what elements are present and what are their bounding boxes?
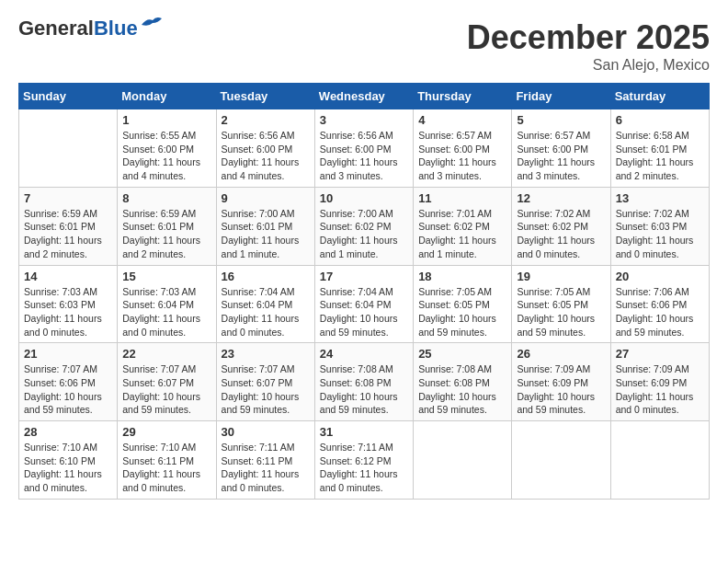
- day-info: Sunrise: 7:05 AMSunset: 6:05 PMDaylight:…: [418, 285, 506, 339]
- day-number: 29: [122, 425, 210, 439]
- calendar-table: SundayMondayTuesdayWednesdayThursdayFrid…: [18, 83, 710, 500]
- day-number: 5: [517, 113, 605, 127]
- day-info: Sunrise: 7:07 AMSunset: 6:07 PMDaylight:…: [222, 362, 310, 417]
- day-number: 26: [517, 347, 605, 361]
- day-info: Sunrise: 7:09 AMSunset: 6:09 PMDaylight:…: [616, 362, 704, 417]
- day-cell: 10Sunrise: 7:00 AMSunset: 6:02 PMDayligh…: [314, 187, 413, 265]
- day-number: 12: [517, 191, 605, 205]
- day-cell: [610, 421, 709, 500]
- weekday-header-sunday: Sunday: [19, 84, 118, 109]
- day-info: Sunrise: 7:01 AMSunset: 6:02 PMDaylight:…: [418, 207, 506, 261]
- day-number: 21: [24, 347, 112, 361]
- day-number: 13: [616, 191, 704, 205]
- day-info: Sunrise: 6:57 AMSunset: 6:00 PMDaylight:…: [418, 129, 506, 183]
- day-number: 2: [222, 113, 310, 127]
- day-number: 11: [418, 191, 506, 205]
- day-cell: 19Sunrise: 7:05 AMSunset: 6:05 PMDayligh…: [512, 265, 610, 343]
- day-cell: 8Sunrise: 6:59 AMSunset: 6:01 PMDaylight…: [118, 187, 216, 265]
- day-cell: 25Sunrise: 7:08 AMSunset: 6:08 PMDayligh…: [414, 343, 512, 421]
- week-row-5: 28Sunrise: 7:10 AMSunset: 6:10 PMDayligh…: [19, 421, 710, 500]
- day-info: Sunrise: 7:02 AMSunset: 6:03 PMDaylight:…: [616, 207, 704, 261]
- day-cell: 21Sunrise: 7:07 AMSunset: 6:06 PMDayligh…: [19, 343, 118, 421]
- day-number: 3: [320, 113, 408, 127]
- day-info: Sunrise: 7:09 AMSunset: 6:09 PMDaylight:…: [517, 362, 605, 417]
- day-number: 24: [320, 347, 408, 361]
- day-info: Sunrise: 6:56 AMSunset: 6:00 PMDaylight:…: [222, 129, 310, 183]
- day-cell: 6Sunrise: 6:58 AMSunset: 6:01 PMDaylight…: [610, 109, 709, 188]
- day-cell: 4Sunrise: 6:57 AMSunset: 6:00 PMDaylight…: [414, 109, 512, 188]
- page-header: GeneralBlue December 2025 San Alejo, Mex…: [18, 18, 710, 74]
- day-cell: 7Sunrise: 6:59 AMSunset: 6:01 PMDaylight…: [19, 187, 118, 265]
- day-cell: 1Sunrise: 6:55 AMSunset: 6:00 PMDaylight…: [118, 109, 216, 188]
- day-info: Sunrise: 6:57 AMSunset: 6:00 PMDaylight:…: [517, 129, 605, 183]
- day-info: Sunrise: 7:06 AMSunset: 6:06 PMDaylight:…: [616, 285, 704, 339]
- day-number: 7: [24, 191, 112, 205]
- day-cell: 22Sunrise: 7:07 AMSunset: 6:07 PMDayligh…: [118, 343, 216, 421]
- day-cell: 12Sunrise: 7:02 AMSunset: 6:02 PMDayligh…: [512, 187, 610, 265]
- month-title: December 2025: [467, 18, 710, 57]
- day-info: Sunrise: 7:03 AMSunset: 6:03 PMDaylight:…: [24, 285, 112, 339]
- logo-blue: Blue: [94, 17, 138, 40]
- day-number: 17: [320, 270, 408, 283]
- day-info: Sunrise: 6:58 AMSunset: 6:01 PMDaylight:…: [616, 129, 704, 183]
- day-cell: [414, 421, 512, 500]
- day-cell: [512, 421, 610, 500]
- day-info: Sunrise: 6:55 AMSunset: 6:00 PMDaylight:…: [122, 129, 210, 183]
- weekday-header-row: SundayMondayTuesdayWednesdayThursdayFrid…: [19, 84, 710, 109]
- day-info: Sunrise: 7:08 AMSunset: 6:08 PMDaylight:…: [418, 362, 506, 417]
- day-cell: 27Sunrise: 7:09 AMSunset: 6:09 PMDayligh…: [610, 343, 709, 421]
- day-info: Sunrise: 7:04 AMSunset: 6:04 PMDaylight:…: [222, 285, 310, 339]
- day-info: Sunrise: 7:10 AMSunset: 6:10 PMDaylight:…: [24, 441, 112, 495]
- day-info: Sunrise: 6:59 AMSunset: 6:01 PMDaylight:…: [122, 207, 210, 261]
- day-number: 10: [320, 191, 408, 205]
- day-info: Sunrise: 7:00 AMSunset: 6:02 PMDaylight:…: [320, 207, 408, 261]
- day-number: 9: [222, 191, 310, 205]
- day-info: Sunrise: 7:00 AMSunset: 6:01 PMDaylight:…: [222, 207, 310, 261]
- day-cell: [19, 109, 118, 188]
- day-cell: 26Sunrise: 7:09 AMSunset: 6:09 PMDayligh…: [512, 343, 610, 421]
- title-area: December 2025 San Alejo, Mexico: [467, 18, 710, 74]
- day-cell: 3Sunrise: 6:56 AMSunset: 6:00 PMDaylight…: [314, 109, 413, 188]
- day-number: 19: [517, 270, 605, 283]
- weekday-header-thursday: Thursday: [414, 84, 512, 109]
- day-cell: 20Sunrise: 7:06 AMSunset: 6:06 PMDayligh…: [610, 265, 709, 343]
- week-row-1: 1Sunrise: 6:55 AMSunset: 6:00 PMDaylight…: [19, 109, 710, 188]
- day-number: 22: [122, 347, 210, 361]
- logo: GeneralBlue: [18, 18, 165, 39]
- day-cell: 23Sunrise: 7:07 AMSunset: 6:07 PMDayligh…: [216, 343, 314, 421]
- day-number: 20: [616, 270, 704, 283]
- day-number: 14: [24, 270, 112, 283]
- day-number: 28: [24, 425, 112, 439]
- day-number: 27: [616, 347, 704, 361]
- day-cell: 17Sunrise: 7:04 AMSunset: 6:04 PMDayligh…: [314, 265, 413, 343]
- logo-bird-icon: [140, 16, 165, 34]
- weekday-header-saturday: Saturday: [610, 84, 709, 109]
- day-cell: 11Sunrise: 7:01 AMSunset: 6:02 PMDayligh…: [414, 187, 512, 265]
- day-number: 6: [616, 113, 704, 127]
- day-number: 4: [418, 113, 506, 127]
- day-number: 15: [122, 270, 210, 283]
- day-cell: 24Sunrise: 7:08 AMSunset: 6:08 PMDayligh…: [314, 343, 413, 421]
- weekday-header-tuesday: Tuesday: [216, 84, 314, 109]
- day-cell: 29Sunrise: 7:10 AMSunset: 6:11 PMDayligh…: [118, 421, 216, 500]
- weekday-header-monday: Monday: [118, 84, 216, 109]
- day-cell: 14Sunrise: 7:03 AMSunset: 6:03 PMDayligh…: [19, 265, 118, 343]
- day-number: 30: [222, 425, 310, 439]
- day-cell: 9Sunrise: 7:00 AMSunset: 6:01 PMDaylight…: [216, 187, 314, 265]
- day-number: 16: [222, 270, 310, 283]
- weekday-header-wednesday: Wednesday: [314, 84, 413, 109]
- logo-text: GeneralBlue: [18, 18, 138, 39]
- day-number: 31: [320, 425, 408, 439]
- day-cell: 5Sunrise: 6:57 AMSunset: 6:00 PMDaylight…: [512, 109, 610, 188]
- day-number: 8: [122, 191, 210, 205]
- day-info: Sunrise: 6:59 AMSunset: 6:01 PMDaylight:…: [24, 207, 112, 261]
- day-cell: 30Sunrise: 7:11 AMSunset: 6:11 PMDayligh…: [216, 421, 314, 500]
- day-info: Sunrise: 7:03 AMSunset: 6:04 PMDaylight:…: [122, 285, 210, 339]
- day-info: Sunrise: 7:07 AMSunset: 6:06 PMDaylight:…: [24, 362, 112, 417]
- day-info: Sunrise: 7:11 AMSunset: 6:12 PMDaylight:…: [320, 441, 408, 495]
- week-row-2: 7Sunrise: 6:59 AMSunset: 6:01 PMDaylight…: [19, 187, 710, 265]
- day-number: 18: [418, 270, 506, 283]
- day-number: 23: [222, 347, 310, 361]
- day-number: 25: [418, 347, 506, 361]
- day-info: Sunrise: 7:04 AMSunset: 6:04 PMDaylight:…: [320, 285, 408, 339]
